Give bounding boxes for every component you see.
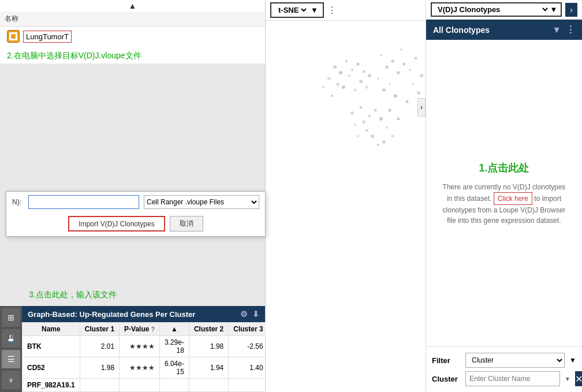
nav-arrow-up[interactable]: ▲ bbox=[0, 0, 265, 12]
cluster1-val bbox=[80, 379, 119, 392]
file-type-select[interactable]: Cell Ranger .vloupe Files bbox=[144, 195, 259, 209]
table-header-row: Name Cluster 1 P-Value ? ▲ Cluster 2 Clu… bbox=[23, 323, 308, 336]
svg-point-5 bbox=[357, 63, 360, 66]
genes-table: Name Cluster 1 P-Value ? ▲ Cluster 2 Clu… bbox=[22, 322, 308, 392]
cluster-row: Cluster ▼ ✕ bbox=[432, 371, 576, 386]
left-panel: ▲ 名称 LungTumorT 2.在电脑中选择目标V(D)J.vloupe文件… bbox=[0, 0, 266, 392]
middle-panel: t-SNE ▼ ⋮ bbox=[266, 0, 426, 392]
svg-point-34 bbox=[368, 115, 371, 117]
vdj-toolbar: V(D)J Clonotypes ▼ › bbox=[426, 0, 582, 20]
vdj-clonotypes-select[interactable]: V(D)J Clonotypes bbox=[435, 5, 550, 14]
cluster-select-dropdown-icon[interactable]: ▼ bbox=[565, 376, 570, 382]
col-pvalue: P-Value ? bbox=[120, 323, 160, 336]
gene-name: PRF_982A19.1 bbox=[23, 379, 80, 392]
sidebar-disk-icon[interactable]: 💾 bbox=[2, 329, 20, 348]
tsne-select-wrapper: t-SNE ▼ bbox=[270, 2, 324, 18]
instruction-3: 3.点击此处，输入该文件 bbox=[29, 290, 117, 300]
table-title: Graph-Based: Up-Regulated Genes Per Clus… bbox=[28, 310, 195, 319]
cluster3-val bbox=[229, 379, 268, 392]
bottom-table-area: ⊞ 💾 ☰ ∨ Graph-Based: Up-Regulated Genes … bbox=[0, 306, 265, 392]
table-download-icon[interactable]: ⬇ bbox=[252, 309, 259, 319]
table-wrapper: Graph-Based: Up-Regulated Genes Per Clus… bbox=[22, 306, 265, 392]
table-filter-icon[interactable]: ⚙ bbox=[240, 309, 248, 319]
cluster-name-input[interactable] bbox=[465, 371, 560, 386]
gene-name: CD52 bbox=[23, 357, 80, 379]
header-label: 名称 bbox=[5, 14, 18, 23]
svg-point-22 bbox=[403, 63, 406, 66]
svg-point-39 bbox=[365, 129, 368, 132]
svg-point-33 bbox=[360, 106, 363, 109]
clonotypes-header-label: All Clonotypes bbox=[433, 25, 490, 35]
col-sort[interactable]: ▲ bbox=[159, 323, 189, 336]
tsne-svg bbox=[266, 21, 426, 194]
svg-point-14 bbox=[368, 74, 371, 77]
clonotypes-dropdown-icon[interactable]: ▼ bbox=[552, 25, 561, 35]
scatter-plot[interactable]: › bbox=[266, 21, 426, 194]
file-item[interactable]: LungTumorT bbox=[0, 27, 265, 46]
stars-val: ★★★★ bbox=[120, 336, 160, 357]
svg-point-44 bbox=[382, 140, 386, 144]
svg-point-12 bbox=[354, 89, 357, 92]
svg-point-28 bbox=[420, 74, 423, 77]
import-vdj-button[interactable]: Import V(D)J Clonotypes bbox=[68, 216, 165, 232]
clonotypes-header-controls: ▼ ⋮ bbox=[552, 24, 575, 35]
filter-select[interactable]: Cluster bbox=[465, 353, 565, 368]
click-here-instruction: 1.点击此处 bbox=[479, 161, 529, 175]
svg-point-35 bbox=[362, 120, 365, 124]
svg-point-8 bbox=[363, 70, 365, 73]
file-icon-inner bbox=[9, 32, 17, 40]
tsne-more-options-icon[interactable]: ⋮ bbox=[327, 5, 337, 16]
col-name: Name bbox=[23, 323, 80, 336]
input-label: N): bbox=[12, 198, 24, 206]
svg-point-0 bbox=[333, 65, 337, 69]
tsne-dropdown-icon: ▼ bbox=[311, 6, 318, 14]
cluster-clear-button[interactable]: ✕ bbox=[575, 371, 582, 386]
svg-point-30 bbox=[406, 100, 409, 103]
file-dialog: N): Cell Ranger .vloupe Files Import V(D… bbox=[6, 191, 266, 237]
svg-point-46 bbox=[397, 118, 400, 121]
cluster1-val: 1.98 bbox=[80, 357, 119, 379]
left-sidebar: ⊞ 💾 ☰ ∨ bbox=[0, 306, 22, 392]
col-cluster2: Cluster 2 bbox=[189, 323, 228, 336]
table-row: BTK 2.01 ★★★★ 3.29e-18 1.98 -2.56 -5.26 bbox=[23, 336, 308, 357]
file-name-box: LungTumorT bbox=[23, 31, 72, 43]
file-dialog-row: N): Cell Ranger .vloupe Files bbox=[6, 192, 265, 212]
sidebar-list-icon[interactable]: ☰ bbox=[2, 350, 20, 368]
clonotypes-more-icon[interactable]: ⋮ bbox=[566, 24, 575, 35]
svg-point-11 bbox=[359, 80, 363, 83]
svg-point-25 bbox=[394, 94, 397, 98]
svg-point-27 bbox=[400, 48, 402, 51]
svg-point-36 bbox=[374, 109, 377, 112]
sidebar-chevron-icon[interactable]: ∨ bbox=[2, 371, 20, 389]
filter-row: Filter Cluster ▼ bbox=[432, 353, 576, 368]
file-dialog-buttons: Import V(D)J Clonotypes 取消 bbox=[6, 212, 265, 236]
cancel-button[interactable]: 取消 bbox=[170, 216, 203, 232]
svg-point-21 bbox=[389, 83, 391, 85]
filter-dropdown-icon: ▼ bbox=[569, 356, 576, 364]
pvalue-val: 6.04e-15 bbox=[159, 357, 189, 379]
clonotypes-content: 1.点击此处 There are currently no V(D)J clon… bbox=[426, 40, 582, 346]
cluster1-val: 2.01 bbox=[80, 336, 119, 357]
svg-point-31 bbox=[417, 91, 420, 95]
svg-point-3 bbox=[351, 69, 353, 71]
svg-point-23 bbox=[382, 88, 386, 92]
cluster2-val: 1.98 bbox=[189, 336, 228, 357]
cluster2-val bbox=[189, 379, 228, 392]
sidebar-grid-icon[interactable]: ⊞ bbox=[2, 308, 20, 327]
file-icon bbox=[7, 30, 20, 43]
file-panel-header: 名称 bbox=[0, 12, 265, 27]
svg-point-40 bbox=[386, 126, 388, 129]
tsne-select[interactable]: t-SNE bbox=[276, 5, 308, 15]
col-cluster1: Cluster 1 bbox=[80, 323, 119, 336]
table-row: PRF_982A19.1 bbox=[23, 379, 308, 392]
tsne-toolbar: t-SNE ▼ ⋮ bbox=[266, 0, 426, 21]
expand-right-button[interactable]: › bbox=[417, 98, 426, 117]
click-here-link[interactable]: Click here bbox=[494, 192, 532, 205]
svg-point-32 bbox=[350, 111, 354, 115]
svg-point-6 bbox=[348, 74, 350, 77]
file-path-input[interactable] bbox=[28, 195, 139, 209]
instruction-1: 2.在电脑中选择目标V(D)J.vloupe文件 bbox=[0, 46, 265, 64]
cluster2-val: 1.94 bbox=[189, 357, 228, 379]
vdj-expand-button[interactable]: › bbox=[565, 3, 577, 17]
cluster3-val: -2.56 bbox=[229, 336, 268, 357]
